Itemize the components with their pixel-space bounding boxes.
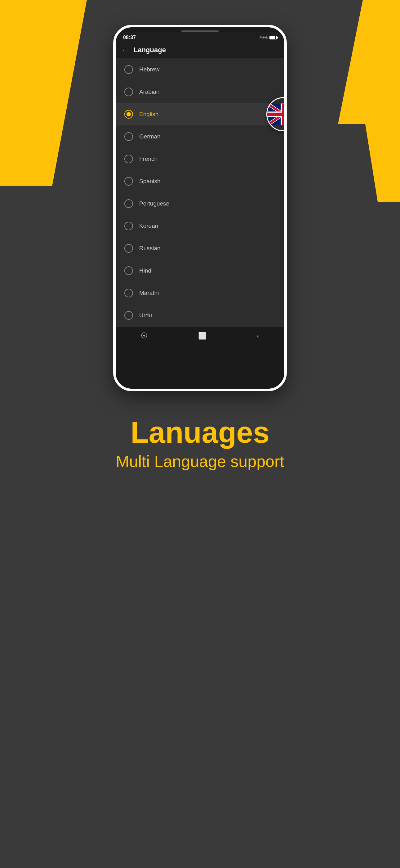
- language-item-marathi[interactable]: Marathi: [116, 282, 284, 304]
- back-button[interactable]: ←: [122, 46, 129, 54]
- bottom-section: Lanuages Multi Language support: [116, 416, 284, 471]
- radio-spanish: [124, 177, 133, 186]
- app-header: ← Language: [116, 41, 284, 58]
- language-label-french: French: [139, 156, 158, 162]
- bg-shape-top-right: [338, 0, 400, 124]
- status-time: 08:37: [123, 35, 136, 40]
- language-label-korean: Korean: [139, 223, 158, 229]
- language-label-urdu: Urdu: [139, 312, 152, 319]
- radio-urdu: [124, 311, 133, 320]
- radio-french: [124, 155, 133, 163]
- language-label-marathi: Marathi: [139, 290, 159, 297]
- language-label-english: English: [139, 111, 159, 118]
- phone-mockup: 08:37 79% ← Language Hebrew Arabian: [113, 25, 287, 391]
- language-item-russian[interactable]: Russian: [116, 237, 284, 259]
- radio-portuguese: [124, 199, 133, 208]
- language-label-hebrew: Hebrew: [139, 66, 159, 73]
- radio-russian: [124, 244, 133, 253]
- language-item-arabian[interactable]: Arabian: [116, 81, 284, 103]
- radio-korean: [124, 222, 133, 230]
- status-right: 79%: [259, 35, 277, 40]
- page-title: Language: [134, 46, 166, 54]
- language-label-hindi: Hindi: [139, 267, 153, 274]
- language-item-english[interactable]: English: [116, 103, 284, 125]
- phone-screen: 08:37 79% ← Language Hebrew Arabian: [113, 25, 287, 391]
- radio-arabian: [124, 88, 133, 96]
- bottom-title: Lanuages: [116, 416, 284, 449]
- nav-back-icon[interactable]: ‹: [257, 332, 259, 340]
- language-item-urdu[interactable]: Urdu: [116, 304, 284, 327]
- language-item-korean[interactable]: Korean: [116, 215, 284, 237]
- language-item-german[interactable]: German: [116, 125, 284, 148]
- bottom-subtitle: Multi Language support: [116, 452, 284, 471]
- radio-marathi: [124, 289, 133, 298]
- nav-recent-icon[interactable]: ⦿: [141, 332, 147, 340]
- bg-shape-mid-right: [363, 108, 400, 202]
- language-item-spanish[interactable]: Spanish: [116, 170, 284, 192]
- language-label-german: German: [139, 133, 161, 140]
- language-item-french[interactable]: French: [116, 148, 284, 170]
- nav-home-icon[interactable]: ⬜: [198, 332, 206, 340]
- radio-english: [124, 110, 133, 119]
- battery-fill: [270, 36, 275, 39]
- language-label-portuguese: Portuguese: [139, 200, 169, 207]
- status-bar: 08:37 79%: [116, 32, 284, 41]
- radio-inner-english: [127, 112, 131, 116]
- language-list: Hebrew Arabian English: [116, 58, 284, 327]
- language-label-spanish: Spanish: [139, 178, 161, 185]
- radio-german: [124, 132, 133, 141]
- battery-icon: [269, 36, 277, 39]
- nav-bar: ⦿ ⬜ ‹: [116, 327, 284, 345]
- radio-hindi: [124, 266, 133, 275]
- language-label-russian: Russian: [139, 245, 161, 252]
- language-item-hindi[interactable]: Hindi: [116, 259, 284, 282]
- language-item-portuguese[interactable]: Portuguese: [116, 192, 284, 215]
- radio-hebrew: [124, 65, 133, 74]
- svg-rect-8: [267, 113, 284, 116]
- language-label-arabian: Arabian: [139, 89, 160, 95]
- battery-percent: 79%: [259, 35, 268, 40]
- language-item-hebrew[interactable]: Hebrew: [116, 58, 284, 81]
